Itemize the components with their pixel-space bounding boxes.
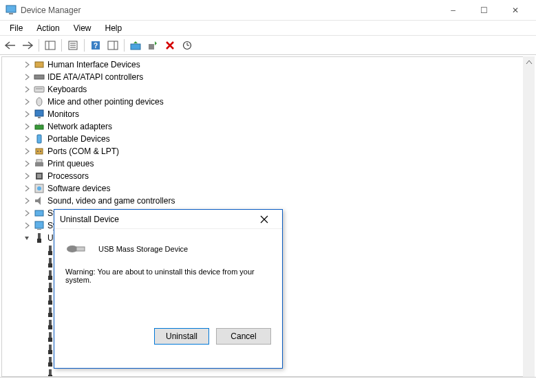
tree-item[interactable]: IDE ATA/ATAPI controllers <box>3 71 533 83</box>
tree-item[interactable]: Mice and other pointing devices <box>3 96 533 108</box>
action-pane-button[interactable] <box>105 38 120 53</box>
tree-item[interactable]: Sound, video and game controllers <box>3 195 533 207</box>
svg-rect-2 <box>45 41 55 50</box>
svg-rect-56 <box>48 338 52 342</box>
window-controls: – ☐ ✕ <box>438 1 530 20</box>
tree-item-label: Monitors <box>47 109 79 119</box>
expand-arrow-icon[interactable] <box>23 73 31 81</box>
tree-item-label: Processors <box>47 171 89 181</box>
tree-item[interactable]: Human Interface Devices <box>3 58 533 71</box>
expand-arrow-icon[interactable] <box>23 110 31 118</box>
storage-icon <box>34 208 45 219</box>
svg-rect-39 <box>38 233 41 239</box>
show-hide-console-tree-button[interactable] <box>43 38 58 53</box>
dialog-title: Uninstall Device <box>60 215 260 224</box>
tree-item-label: Software devices <box>47 184 110 193</box>
usb-icon <box>34 232 45 243</box>
svg-rect-22 <box>35 125 43 129</box>
svg-rect-58 <box>48 350 52 354</box>
tree-item[interactable]: Print queues <box>3 157 533 170</box>
svg-rect-13 <box>149 44 154 50</box>
tree-item-label: Ports (COM & LPT) <box>47 146 119 156</box>
expand-arrow-icon[interactable] <box>23 172 31 180</box>
uninstall-button[interactable]: Uninstall <box>154 328 209 345</box>
cancel-button[interactable]: Cancel <box>216 328 271 345</box>
back-button[interactable] <box>3 38 18 53</box>
tree-item-label: Keyboards <box>47 85 87 94</box>
tree-item[interactable]: Monitors <box>3 108 533 120</box>
titlebar: Device Manager – ☐ ✕ <box>0 0 536 21</box>
tree-item-label: Portable Devices <box>47 134 110 144</box>
svg-rect-38 <box>37 229 41 230</box>
update-driver-button[interactable] <box>128 38 143 53</box>
expand-arrow-icon[interactable] <box>23 147 31 155</box>
svg-rect-55 <box>49 332 52 338</box>
tree-item-label: Network adapters <box>47 122 112 131</box>
forward-button[interactable] <box>20 38 35 53</box>
scan-hardware-button[interactable] <box>180 38 195 53</box>
expand-arrow-icon[interactable] <box>23 61 31 69</box>
expand-arrow-icon[interactable] <box>23 122 31 131</box>
toolbar: ? <box>0 36 536 55</box>
separator <box>124 39 125 52</box>
svg-rect-41 <box>49 246 52 251</box>
menu-help[interactable]: Help <box>98 22 129 34</box>
device-name-label: USB Mass Storage Device <box>98 245 188 253</box>
svg-rect-12 <box>131 44 140 50</box>
svg-point-35 <box>37 186 41 190</box>
expand-arrow-icon[interactable] <box>23 184 31 193</box>
help-button[interactable]: ? <box>88 38 103 53</box>
scroll-up-icon[interactable] <box>526 56 533 68</box>
svg-rect-64 <box>76 247 85 251</box>
separator <box>61 39 62 52</box>
dialog-close-button[interactable] <box>260 215 277 224</box>
warning-text: Warning: You are about to uninstall this… <box>65 268 271 284</box>
svg-point-29 <box>40 151 41 152</box>
scrollbar[interactable] <box>523 56 535 377</box>
portable-icon <box>34 133 45 144</box>
usb-icon <box>45 369 56 377</box>
close-button[interactable]: ✕ <box>500 1 530 20</box>
expand-arrow-icon[interactable] <box>23 135 31 143</box>
tree-item[interactable]: Software devices <box>3 182 533 195</box>
svg-rect-36 <box>35 210 43 216</box>
ide-icon <box>34 72 45 83</box>
svg-rect-52 <box>48 313 52 317</box>
svg-rect-45 <box>49 270 52 276</box>
expand-arrow-icon[interactable] <box>23 221 31 230</box>
enable-device-button[interactable] <box>145 38 160 53</box>
expand-arrow-icon[interactable] <box>23 85 31 94</box>
tree-item-label: IDE ATA/ATAPI controllers <box>47 72 143 82</box>
menu-view[interactable]: View <box>67 22 98 34</box>
separator <box>39 39 39 52</box>
tree-item[interactable] <box>3 368 533 377</box>
menu-action[interactable]: Action <box>30 22 66 34</box>
minimize-button[interactable]: – <box>438 1 469 20</box>
expand-arrow-icon[interactable] <box>23 234 31 242</box>
svg-rect-30 <box>35 162 43 166</box>
tree-item[interactable]: Portable Devices <box>3 133 533 145</box>
expand-arrow-icon[interactable] <box>23 197 31 205</box>
statusbar <box>0 377 536 392</box>
tree-item[interactable]: Ports (COM & LPT) <box>3 145 533 157</box>
tree-item-label: Human Interface Devices <box>47 60 140 69</box>
monitor-icon <box>34 109 45 120</box>
tree-item[interactable]: Keyboards <box>3 83 533 96</box>
properties-button[interactable] <box>65 38 81 53</box>
dialog-buttons: Uninstall Cancel <box>54 328 282 354</box>
svg-rect-10 <box>108 41 118 50</box>
uninstall-device-button[interactable] <box>162 38 178 53</box>
svg-rect-57 <box>49 345 52 350</box>
expand-arrow-icon[interactable] <box>23 209 31 217</box>
svg-point-19 <box>36 98 42 106</box>
tree-item[interactable]: Processors <box>3 170 533 182</box>
svg-rect-0 <box>6 6 16 12</box>
svg-rect-53 <box>49 320 52 325</box>
maximize-button[interactable]: ☐ <box>469 1 500 20</box>
expand-arrow-icon[interactable] <box>23 98 31 106</box>
expand-arrow-icon[interactable] <box>23 160 31 168</box>
dialog-body: USB Mass Storage Device Warning: You are… <box>54 229 282 328</box>
tree-item[interactable]: Network adapters <box>3 120 533 133</box>
menu-file[interactable]: File <box>3 22 30 34</box>
hid-icon <box>34 59 45 70</box>
